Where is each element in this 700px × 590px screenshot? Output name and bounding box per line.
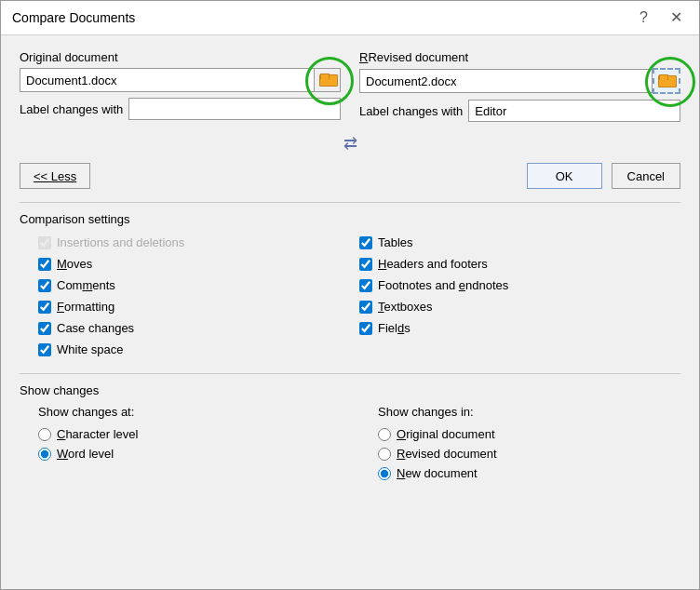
tables-label: Tables [378, 235, 413, 249]
footnotes-label: Footnotes and endnotes [378, 278, 508, 292]
headers-footers-label: Headers and footers [378, 257, 488, 271]
checkbox-case-changes: Case changes [38, 319, 359, 337]
checkbox-fields: Fields [359, 319, 680, 337]
show-changes-in-col: Show changes in: Original document Revis… [378, 405, 680, 483]
checkbox-moves: Moves [38, 255, 359, 273]
title-bar: Compare Documents ? ✕ [1, 1, 699, 35]
ok-button[interactable]: OK [527, 163, 602, 189]
formatting-label: Formatting [57, 300, 114, 314]
cancel-button[interactable]: Cancel [612, 163, 680, 189]
checkbox-comments: Comments [38, 276, 359, 294]
in-original-label: Original document [397, 427, 495, 441]
show-changes-title: Show changes [20, 383, 680, 397]
revised-label-changes-text: Label changes with [359, 104, 463, 118]
word-level-label: Word level [57, 447, 114, 461]
title-bar-left: Compare Documents [12, 10, 135, 25]
comparison-grid: Insertions and deletions Moves Comments … [20, 234, 680, 358]
radio-char-level: Character level [38, 424, 341, 444]
divider-2 [20, 373, 680, 374]
original-doc-input-row [20, 68, 341, 92]
close-button[interactable]: ✕ [665, 8, 688, 27]
case-changes-label: Case changes [57, 321, 134, 335]
checkbox-formatting: Formatting [38, 298, 359, 315]
char-level-label: Character level [57, 427, 138, 441]
help-button[interactable]: ? [634, 8, 653, 27]
formatting-checkbox[interactable] [38, 301, 51, 314]
swap-button[interactable]: ⇄ [343, 133, 357, 154]
radio-original-doc: Original document [378, 424, 680, 444]
checkbox-footnotes: Footnotes and endnotes [359, 276, 680, 294]
original-label-row: Label changes with [20, 98, 341, 120]
show-changes-row: Show changes at: Character level Word le… [20, 405, 680, 483]
in-new-label: New document [397, 466, 478, 480]
revised-label-input[interactable] [468, 100, 680, 122]
word-level-radio[interactable] [38, 448, 51, 461]
headers-footers-checkbox[interactable] [359, 258, 372, 271]
revised-doc-label-underline: R [359, 50, 368, 64]
textboxes-label: Textboxes [378, 300, 433, 314]
textboxes-checkbox[interactable] [359, 301, 372, 314]
checkbox-tables: Tables [359, 234, 680, 251]
less-underline: << Less [34, 169, 76, 183]
compare-documents-dialog: Compare Documents ? ✕ Original document [0, 0, 700, 590]
original-label-changes-text: Label changes with [20, 102, 123, 116]
moves-label: Moves [57, 257, 92, 271]
revised-doc-label: RRevised document [359, 50, 680, 64]
in-revised-radio[interactable] [378, 448, 391, 461]
char-level-radio[interactable] [38, 428, 51, 441]
checkbox-white-space: White space [38, 341, 359, 358]
show-changes-at-label: Show changes at: [38, 405, 341, 419]
revised-doc-browse-button[interactable] [653, 68, 680, 94]
action-buttons-row: << Less OK Cancel [20, 163, 680, 189]
comparison-right-col: Tables Headers and footers Footnotes and… [359, 234, 680, 358]
original-doc-input[interactable] [20, 68, 315, 92]
moves-checkbox[interactable] [38, 258, 51, 271]
comparison-settings-title: Comparison settings [20, 212, 680, 226]
revised-doc-input[interactable] [359, 69, 653, 93]
in-revised-label: Revised document [397, 447, 497, 461]
original-label-input[interactable] [128, 98, 341, 120]
white-space-checkbox[interactable] [38, 343, 51, 356]
dialog-content: Original document Label changes with [1, 35, 699, 498]
radio-new-doc: New document [378, 463, 680, 483]
less-button[interactable]: << Less [20, 163, 90, 189]
in-original-radio[interactable] [378, 428, 391, 441]
comments-label: Comments [57, 278, 115, 292]
divider-1 [20, 202, 680, 203]
dialog-title: Compare Documents [12, 10, 135, 25]
checkbox-textboxes: Textboxes [359, 298, 680, 315]
original-doc-group: Original document Label changes with [20, 50, 341, 120]
show-changes-at-col: Show changes at: Character level Word le… [38, 405, 341, 483]
title-actions: ? ✕ [634, 8, 688, 27]
tables-checkbox[interactable] [359, 236, 372, 249]
fields-label: Fields [378, 321, 411, 335]
revised-doc-input-row [359, 68, 680, 94]
comments-checkbox[interactable] [38, 279, 51, 292]
original-doc-label: Original document [20, 50, 341, 64]
footnotes-checkbox[interactable] [359, 279, 372, 292]
revised-folder-icon [658, 74, 675, 87]
case-changes-checkbox[interactable] [38, 322, 51, 335]
checkbox-insertions: Insertions and deletions [38, 234, 359, 251]
checkbox-headers-footers: Headers and footers [359, 255, 680, 273]
in-new-radio[interactable] [378, 467, 391, 480]
radio-word-level: Word level [38, 444, 341, 463]
folder-icon [319, 74, 336, 87]
white-space-label: White space [57, 342, 124, 356]
radio-revised-doc: Revised document [378, 444, 680, 463]
show-changes-in-label: Show changes in: [378, 405, 680, 419]
original-doc-browse-button[interactable] [315, 68, 341, 92]
insertions-label: Insertions and deletions [57, 235, 184, 249]
revised-label-row: Label changes with [359, 100, 680, 122]
swap-row: ⇄ [20, 133, 680, 154]
fields-checkbox[interactable] [359, 322, 372, 335]
insertions-checkbox[interactable] [38, 236, 51, 249]
comparison-left-col: Insertions and deletions Moves Comments … [38, 234, 359, 358]
revised-doc-group: RRevised document Label changes with [359, 50, 680, 122]
documents-row: Original document Label changes with [20, 50, 680, 122]
